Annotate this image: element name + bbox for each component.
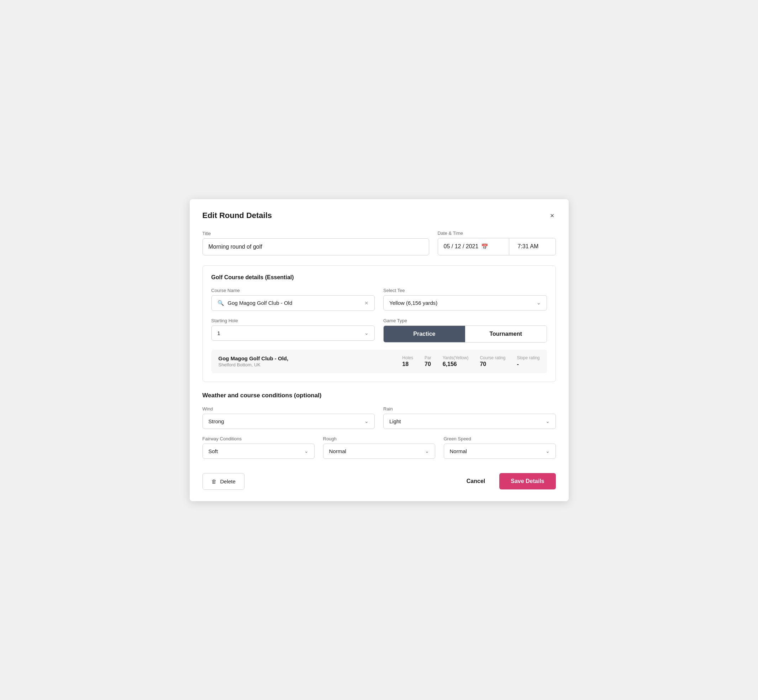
datetime-group: 05 / 12 / 2021 📅 7:31 AM <box>438 238 556 255</box>
select-tee-dropdown[interactable]: Yellow (6,156 yards) ⌄ <box>383 295 547 311</box>
title-input[interactable] <box>202 238 429 255</box>
game-type-label: Game Type <box>383 318 547 323</box>
holes-stat: Holes 18 <box>402 355 413 367</box>
golf-course-section: Golf Course details (Essential) Course N… <box>202 266 556 382</box>
game-type-group: Game Type Practice Tournament <box>383 318 547 342</box>
yards-value: 6,156 <box>443 361 457 367</box>
holes-value: 18 <box>402 361 409 367</box>
tournament-toggle-button[interactable]: Tournament <box>465 326 547 342</box>
slope-rating-value: - <box>517 361 518 367</box>
fairway-value: Soft <box>208 448 218 454</box>
delete-button[interactable]: 🗑 Delete <box>202 473 244 490</box>
course-info-bar: Gog Magog Golf Club - Old, Shelford Bott… <box>211 350 547 373</box>
starting-hole-value: 1 <box>218 330 220 336</box>
golf-course-section-title: Golf Course details (Essential) <box>211 274 547 281</box>
fairway-group: Fairway Conditions Soft ⌄ <box>202 436 315 459</box>
chevron-down-icon-3: ⌄ <box>365 418 369 424</box>
rain-label: Rain <box>383 406 556 411</box>
trash-icon: 🗑 <box>211 478 217 484</box>
wind-label: Wind <box>202 406 375 411</box>
rain-group: Rain Light ⌄ <box>383 406 556 429</box>
time-text: 7:31 AM <box>518 243 539 250</box>
rain-dropdown[interactable]: Light ⌄ <box>383 414 556 429</box>
course-name-label: Course Name <box>211 288 375 293</box>
calendar-icon: 📅 <box>481 243 488 250</box>
wind-dropdown[interactable]: Strong ⌄ <box>202 414 375 429</box>
course-bottom-row: Starting Hole 1 ⌄ Game Type Practice Tou… <box>211 318 547 342</box>
wind-group: Wind Strong ⌄ <box>202 406 375 429</box>
weather-row-2: Fairway Conditions Soft ⌄ Rough Normal ⌄… <box>202 436 556 459</box>
date-input-wrapper[interactable]: 05 / 12 / 2021 📅 <box>438 238 509 255</box>
slope-rating-label: Slope rating <box>517 355 539 360</box>
delete-label: Delete <box>220 478 236 484</box>
date-text: 05 / 12 / 2021 <box>444 243 479 250</box>
chevron-down-icon: ⌄ <box>537 300 541 306</box>
top-fields: Title Date & Time 05 / 12 / 2021 📅 7:31 … <box>202 230 556 255</box>
chevron-down-icon-4: ⌄ <box>545 418 550 424</box>
title-field-group: Title <box>202 231 429 255</box>
rough-value: Normal <box>329 448 346 454</box>
select-tee-value: Yellow (6,156 yards) <box>389 300 437 306</box>
datetime-label: Date & Time <box>438 230 556 236</box>
holes-label: Holes <box>402 355 413 360</box>
rough-label: Rough <box>323 436 435 441</box>
chevron-down-icon-7: ⌄ <box>545 448 550 454</box>
course-top-row: Course Name 🔍 Gog Magog Golf Club - Old … <box>211 288 547 311</box>
rough-dropdown[interactable]: Normal ⌄ <box>323 444 435 459</box>
weather-section: Weather and course conditions (optional)… <box>202 392 556 459</box>
game-type-toggle: Practice Tournament <box>383 325 547 342</box>
course-rating-stat: Course rating 70 <box>480 355 505 367</box>
course-rating-label: Course rating <box>480 355 505 360</box>
course-name-group: Course Name 🔍 Gog Magog Golf Club - Old … <box>211 288 375 311</box>
par-value: 70 <box>424 361 431 367</box>
course-name-input[interactable]: 🔍 Gog Magog Golf Club - Old ✕ <box>211 295 375 311</box>
close-button[interactable]: × <box>549 211 556 220</box>
datetime-field-group: Date & Time 05 / 12 / 2021 📅 7:31 AM <box>438 230 556 255</box>
course-main-name: Gog Magog Golf Club - Old, <box>219 355 402 361</box>
fairway-dropdown[interactable]: Soft ⌄ <box>202 444 315 459</box>
green-speed-label: Green Speed <box>444 436 556 441</box>
chevron-down-icon-5: ⌄ <box>304 448 309 454</box>
search-icon: 🔍 <box>218 300 224 306</box>
starting-hole-label: Starting Hole <box>211 318 375 323</box>
modal-title: Edit Round Details <box>202 211 272 220</box>
rough-group: Rough Normal ⌄ <box>323 436 435 459</box>
course-stats: Holes 18 Par 70 Yards(Yellow) 6,156 Cour… <box>402 355 539 367</box>
practice-toggle-button[interactable]: Practice <box>384 326 465 342</box>
course-location: Shelford Bottom, UK <box>219 362 402 367</box>
fairway-label: Fairway Conditions <box>202 436 315 441</box>
edit-round-modal: Edit Round Details × Title Date & Time 0… <box>190 199 568 501</box>
right-actions: Cancel Save Details <box>461 473 556 489</box>
course-name-value: Gog Magog Golf Club - Old <box>228 300 361 306</box>
green-speed-group: Green Speed Normal ⌄ <box>444 436 556 459</box>
starting-hole-group: Starting Hole 1 ⌄ <box>211 318 375 342</box>
slope-rating-stat: Slope rating - <box>517 355 539 367</box>
par-stat: Par 70 <box>424 355 431 367</box>
course-name-location: Gog Magog Golf Club - Old, Shelford Bott… <box>219 355 402 367</box>
title-label: Title <box>202 231 429 236</box>
modal-header: Edit Round Details × <box>202 211 556 220</box>
time-input-wrapper[interactable]: 7:31 AM <box>509 238 556 255</box>
par-label: Par <box>424 355 431 360</box>
footer-actions: 🗑 Delete Cancel Save Details <box>202 469 556 490</box>
yards-stat: Yards(Yellow) 6,156 <box>443 355 469 367</box>
clear-course-icon[interactable]: ✕ <box>365 300 369 306</box>
wind-value: Strong <box>208 418 224 424</box>
starting-hole-dropdown[interactable]: 1 ⌄ <box>211 325 375 341</box>
rain-value: Light <box>389 418 401 424</box>
chevron-down-icon-6: ⌄ <box>425 448 429 454</box>
weather-row-1: Wind Strong ⌄ Rain Light ⌄ <box>202 406 556 429</box>
green-speed-value: Normal <box>450 448 467 454</box>
chevron-down-icon-2: ⌄ <box>365 330 369 336</box>
select-tee-label: Select Tee <box>383 288 547 293</box>
weather-section-title: Weather and course conditions (optional) <box>202 392 556 399</box>
select-tee-group: Select Tee Yellow (6,156 yards) ⌄ <box>383 288 547 311</box>
cancel-button[interactable]: Cancel <box>461 473 491 489</box>
yards-label: Yards(Yellow) <box>443 355 469 360</box>
green-speed-dropdown[interactable]: Normal ⌄ <box>444 444 556 459</box>
save-button[interactable]: Save Details <box>499 473 556 489</box>
course-rating-value: 70 <box>480 361 486 367</box>
